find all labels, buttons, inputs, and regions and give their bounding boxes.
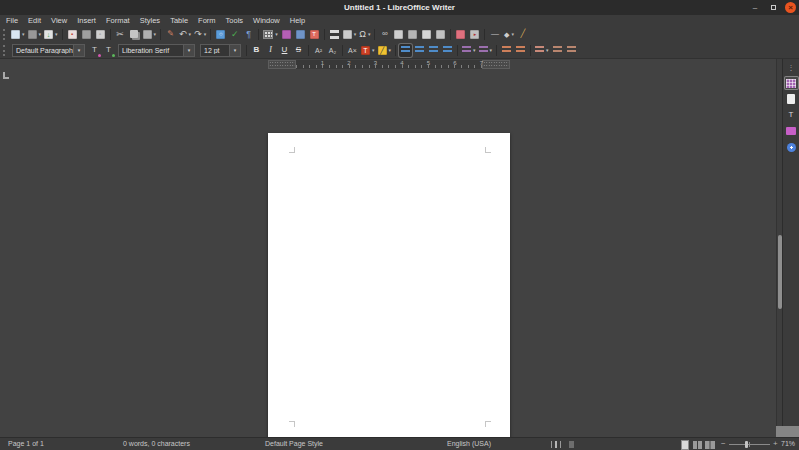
menu-view[interactable]: View [46,15,72,26]
single-page-view-icon[interactable] [682,441,688,449]
track-changes-button[interactable]: ▸ [468,28,481,41]
open-button[interactable]: ▾ [27,28,43,41]
close-button[interactable]: × [785,2,796,13]
ordered-list-dropdown[interactable]: ▾ [490,47,493,53]
menu-file[interactable]: File [1,15,23,26]
basic-shapes-button[interactable]: ◆▾ [502,28,515,41]
print-preview-button[interactable]: ◦ [94,28,107,41]
multi-page-view-icon[interactable] [693,441,702,449]
underline-button[interactable]: U [278,44,291,57]
sidebar-tab-page[interactable] [785,93,798,105]
maximize-button[interactable] [767,2,779,14]
superscript-button[interactable]: A² [312,44,325,57]
sidebar-tab-properties[interactable] [785,77,798,89]
insert-image-button[interactable] [280,28,293,41]
page-count[interactable]: Page 1 of 1 [8,438,44,450]
undo-button[interactable]: ↶▾ [178,28,192,41]
paragraph-style-select[interactable]: Default Paragraph Style▾ [12,44,85,57]
menu-edit[interactable]: Edit [23,15,46,26]
ruler-left-margin[interactable] [268,60,296,69]
menu-insert[interactable]: Insert [72,15,101,26]
align-right-button[interactable] [427,44,440,57]
update-style-button[interactable]: T [88,44,101,57]
zoom-level[interactable]: 71% [781,438,795,450]
zoom-slider-thumb[interactable] [745,441,748,448]
paragraph-style-dropdown[interactable]: ▾ [73,45,84,56]
paste-button[interactable]: ▾ [142,28,158,41]
menu-form[interactable]: Form [193,15,221,26]
font-color-dropdown[interactable]: ▾ [372,47,375,53]
insert-special-character-button[interactable]: Ω▾ [358,28,371,41]
paste-dropdown[interactable]: ▾ [154,31,157,37]
save-button[interactable]: ↓▾ [43,28,59,41]
draw-functions-button[interactable]: ╱ [516,28,529,41]
align-center-button[interactable] [413,44,426,57]
insert-table-button[interactable]: ▾ [262,28,279,41]
copy-button[interactable] [128,28,141,41]
insert-endnote-button[interactable] [406,28,419,41]
ruler-tab-selector[interactable] [3,72,9,79]
insert-hyperlink-button[interactable]: ∞ [378,28,391,41]
font-color-button[interactable]: T▾ [360,44,376,57]
cut-button[interactable]: ✂ [114,28,127,41]
export-pdf-button[interactable]: ▪ [66,28,79,41]
spelling-button[interactable]: ✓ [228,28,241,41]
decrease-indent-button[interactable] [514,44,527,57]
undo-dropdown[interactable]: ▾ [189,31,192,37]
unordered-list-button[interactable]: ▾ [461,44,477,57]
new-style-button[interactable]: T [102,44,115,57]
menu-format[interactable]: Format [101,15,135,26]
align-justified-button[interactable] [441,44,454,57]
insert-line-button[interactable]: — [488,28,501,41]
ordered-list-button[interactable]: ▾ [478,44,494,57]
font-name-select[interactable]: Liberation Serif▾ [118,44,195,57]
horizontal-ruler[interactable]: 1234567 [268,60,510,69]
insert-field-button[interactable]: ▾ [342,28,358,41]
insert-page-break-button[interactable] [328,28,341,41]
insert-table-dropdown[interactable]: ▾ [275,31,278,37]
ruler-right-margin[interactable] [482,60,510,69]
font-name-dropdown[interactable]: ▾ [183,45,194,56]
minimize-button[interactable]: – [749,2,761,14]
selection-mode-icon[interactable] [551,441,561,448]
word-count[interactable]: 0 words, 0 characters [123,438,190,450]
zoom-out-button[interactable]: − [721,438,726,450]
text-language[interactable]: English (USA) [447,438,491,450]
save-dropdown[interactable]: ▾ [55,31,58,37]
insert-bookmark-button[interactable] [420,28,433,41]
insert-chart-button[interactable] [294,28,307,41]
ruler-active-area[interactable]: 1234567 [296,60,482,69]
toolbar-drag-handle[interactable] [3,29,7,40]
menu-table[interactable]: Table [165,15,193,26]
menu-help[interactable]: Help [285,15,310,26]
clear-formatting-button[interactable]: A× [346,44,359,57]
insert-cross-reference-button[interactable] [434,28,447,41]
open-dropdown[interactable]: ▾ [39,31,42,37]
unordered-list-dropdown[interactable]: ▾ [473,47,476,53]
new-document-button[interactable]: ▾ [10,28,26,41]
font-size-select[interactable]: 12 pt▾ [200,44,241,57]
italic-button[interactable]: I [264,44,277,57]
clone-formatting-button[interactable]: ✎ [164,28,177,41]
menu-styles[interactable]: Styles [135,15,165,26]
insert-field-dropdown[interactable]: ▾ [354,31,357,37]
line-spacing-button[interactable]: ▾ [534,44,550,57]
new-document-dropdown[interactable]: ▾ [22,31,25,37]
document-page[interactable] [268,133,510,445]
insert-special-character-dropdown[interactable]: ▾ [368,31,371,37]
formatting-marks-button[interactable]: ¶ [242,28,255,41]
sidebar-tab-navigator[interactable] [785,141,798,153]
basic-shapes-dropdown[interactable]: ▾ [511,31,514,37]
increase-indent-button[interactable] [500,44,513,57]
subscript-button[interactable]: A₂ [326,44,339,57]
page-style[interactable]: Default Page Style [265,438,323,450]
highlight-color-dropdown[interactable]: ▾ [389,47,392,53]
print-button[interactable] [80,28,93,41]
sidebar-tab-gallery[interactable] [785,125,798,137]
align-left-button[interactable] [399,44,412,57]
insert-comment-button[interactable] [454,28,467,41]
sidebar-tab-styles[interactable]: T [785,109,798,121]
zoom-in-button[interactable]: + [773,438,778,450]
insert-footnote-button[interactable] [392,28,405,41]
decrease-paragraph-spacing-button[interactable] [565,44,578,57]
